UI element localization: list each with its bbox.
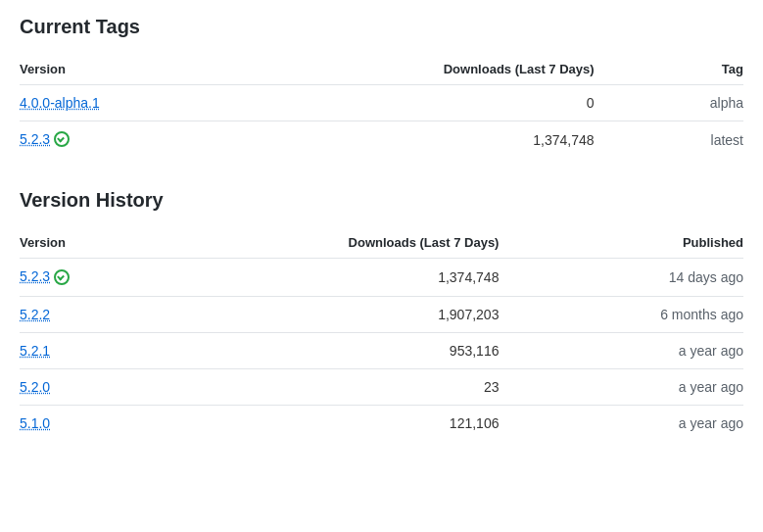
version-link[interactable]: 4.0.0-alpha.1 [20,95,100,111]
published-cell: 6 months ago [577,296,743,332]
current-tags-col-downloads: Downloads (Last 7 Days) [189,54,673,85]
table-row: 5.2.023a year ago [20,368,743,405]
version-history-col-downloads: Downloads (Last 7 Days) [119,227,577,259]
check-icon [54,269,70,285]
version-history-col-published: Published [577,227,743,259]
version-link[interactable]: 5.1.0 [20,415,50,431]
version-link[interactable]: 5.2.1 [20,343,50,359]
tag-cell: alpha [673,85,743,121]
table-row: 5.2.21,907,2036 months ago [20,296,743,332]
downloads-cell: 1,374,748 [189,121,673,159]
published-cell: a year ago [577,332,743,368]
version-link[interactable]: 5.2.2 [20,307,50,322]
downloads-cell: 1,374,748 [119,259,577,296]
table-row: 4.0.0-alpha.10alpha [20,85,743,121]
current-tags-section: Current Tags Version Downloads (Last 7 D… [20,16,743,158]
version-history-section: Version History Version Downloads (Last … [20,189,743,440]
current-tags-col-version: Version [20,54,189,85]
downloads-cell: 953,116 [119,332,577,368]
table-row: 5.2.31,374,748latest [20,121,743,159]
version-history-table: Version Downloads (Last 7 Days) Publishe… [20,227,743,440]
check-icon [54,131,70,147]
table-row: 5.1.0121,106a year ago [20,405,743,441]
published-cell: a year ago [577,368,743,405]
current-tags-title: Current Tags [20,16,743,38]
version-history-title: Version History [20,189,743,212]
published-cell: 14 days ago [577,259,743,296]
downloads-cell: 0 [189,85,673,121]
version-link[interactable]: 5.2.3 [20,268,50,284]
tag-cell: latest [673,121,743,159]
table-row: 5.2.31,374,74814 days ago [20,259,743,296]
current-tags-col-tag: Tag [673,54,743,85]
published-cell: a year ago [577,405,743,441]
downloads-cell: 121,106 [119,405,577,441]
downloads-cell: 23 [119,368,577,405]
current-tags-table: Version Downloads (Last 7 Days) Tag 4.0.… [20,54,743,158]
table-row: 5.2.1953,116a year ago [20,332,743,368]
downloads-cell: 1,907,203 [119,296,577,332]
version-link[interactable]: 5.2.0 [20,379,50,395]
version-link[interactable]: 5.2.3 [20,131,50,147]
version-history-col-version: Version [20,227,119,259]
